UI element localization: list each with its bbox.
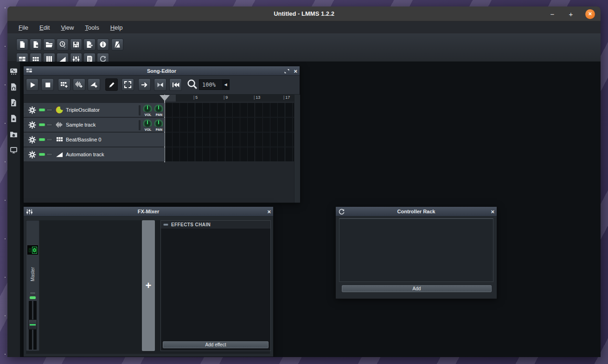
fx-mixer-title: FX-Mixer [138, 209, 159, 214]
metronome-button[interactable] [111, 38, 123, 51]
track-gear-button[interactable] [26, 106, 38, 114]
master-volume-fader[interactable] [28, 301, 37, 350]
draw-mode-button[interactable] [105, 78, 118, 91]
menu-view[interactable]: View [56, 23, 78, 32]
fx-mixer-body: 80 Master + [24, 217, 273, 357]
track-gear-button[interactable] [26, 151, 38, 159]
track-volume-knob[interactable]: VOL [142, 104, 154, 116]
edit-mode-button[interactable] [122, 78, 134, 91]
zoom-decrease-arrow-icon[interactable]: ◀ [222, 80, 229, 89]
workbench: Song-Editor × [7, 62, 601, 357]
track-solo-led[interactable] [46, 138, 52, 141]
song-timeline-grid[interactable] [165, 103, 294, 161]
track-mute-led[interactable] [39, 153, 45, 156]
master-fader-handle[interactable] [28, 319, 37, 330]
rewind-button[interactable] [169, 78, 182, 91]
master-solo-led[interactable] [30, 292, 36, 294]
track-volume-knob[interactable]: VOL [142, 119, 154, 131]
save-project-button[interactable] [70, 38, 82, 51]
track-solo-led[interactable] [46, 123, 52, 126]
close-button[interactable]: × [585, 9, 595, 19]
sidebar-item-my-computer[interactable] [9, 145, 19, 155]
effects-chain-title: EFFECTS CHAIN [171, 222, 211, 227]
effects-chain-enable-led[interactable] [163, 224, 168, 226]
add-fx-channel-button[interactable]: + [142, 220, 155, 351]
window-titlebar[interactable]: Untitled - LMMS 1.2.2 − + × [7, 6, 601, 21]
song-editor-titlebar[interactable]: Song-Editor × [24, 66, 300, 76]
song-editor-maximize-icon[interactable] [284, 68, 290, 74]
stop-button[interactable] [41, 78, 54, 91]
play-button[interactable] [26, 78, 38, 91]
automation-track-icon [55, 151, 64, 158]
floppy-icon [72, 41, 80, 48]
song-editor-scrollbar[interactable] [294, 95, 300, 203]
song-editor-close-icon[interactable]: × [294, 68, 297, 74]
maximize-button[interactable]: + [567, 10, 575, 18]
recently-opened-button[interactable] [57, 38, 69, 51]
export-icon [86, 41, 93, 48]
sidebar-item-my-projects[interactable] [9, 113, 19, 123]
master-channel-label: Master [30, 267, 35, 281]
song-editor-window: Song-Editor × [23, 66, 300, 203]
track-beat-bassline[interactable]: Beat/Bassline 0 [24, 133, 165, 147]
track-mute-led[interactable] [39, 109, 45, 111]
master-channel-lcd[interactable]: 80 [27, 245, 38, 255]
sidebar-item-samples[interactable] [9, 82, 19, 92]
controller-list [339, 218, 493, 282]
song-editor-toolbar: 100% ◀ [24, 76, 300, 95]
add-automation-track-button[interactable] [88, 78, 100, 91]
add-bb-track-button[interactable] [58, 78, 70, 91]
sidebar-item-my-home[interactable] [9, 129, 19, 139]
timeline[interactable]: |5 |9 |13 |17 [165, 95, 294, 102]
track-automation[interactable]: Automation track [24, 147, 165, 161]
controller-rack-titlebar[interactable]: Controller Rack × [336, 207, 497, 217]
track-name[interactable]: Sample track [66, 122, 96, 128]
track-name[interactable]: TripleOscillator [66, 107, 100, 113]
menu-help[interactable]: Help [106, 23, 128, 32]
playhead-marker[interactable] [160, 95, 170, 101]
track-pan-knob[interactable]: PAN [154, 104, 165, 116]
playback-behaviour-button[interactable] [138, 78, 151, 91]
clock-icon [59, 41, 66, 48]
track-pan-knob[interactable]: PAN [154, 119, 165, 131]
track-solo-led[interactable] [46, 109, 52, 111]
add-effect-button[interactable]: Add effect [163, 341, 269, 348]
open-project-button[interactable] [43, 38, 55, 51]
fx-mixer-titlebar[interactable]: FX-Mixer × [24, 207, 273, 217]
tripleoscillator-icon [55, 106, 64, 114]
timeline-mark: |9 [224, 95, 228, 100]
sidebar-item-presets[interactable] [9, 97, 19, 108]
menu-tools[interactable]: Tools [80, 23, 103, 32]
new-file-icon [19, 41, 26, 48]
fx-mixer-close-icon[interactable]: × [267, 209, 271, 215]
add-controller-button[interactable]: Add [342, 285, 492, 292]
controller-rack-close-icon[interactable]: × [491, 209, 494, 215]
controller-rack-title: Controller Rack [397, 209, 435, 214]
song-editor-title: Song-Editor [147, 68, 176, 74]
sidebar-item-instruments[interactable] [9, 66, 19, 76]
menu-edit[interactable]: Edit [35, 23, 54, 32]
track-solo-led[interactable] [46, 153, 52, 156]
export-project-button[interactable] [83, 38, 96, 51]
track-name[interactable]: Beat/Bassline 0 [66, 137, 101, 142]
track-gear-button[interactable] [26, 136, 38, 144]
master-channel-strip[interactable]: 80 Master [26, 220, 39, 351]
zoom-level-spinbox[interactable]: 100% ◀ [199, 79, 230, 90]
new-project-button[interactable] [16, 38, 28, 51]
track-mute-led[interactable] [39, 138, 45, 141]
menu-file[interactable]: File [14, 23, 33, 32]
add-sample-track-button[interactable] [73, 78, 85, 91]
track-name[interactable]: Automation track [66, 152, 104, 157]
track-gear-button[interactable] [26, 121, 38, 129]
track-sample[interactable]: Sample track VOL PAN [24, 118, 165, 132]
new-from-template-button[interactable] [30, 38, 42, 51]
jump-behaviour-button[interactable] [154, 78, 166, 91]
desktop-background: Untitled - LMMS 1.2.2 − + × File Edit Vi… [0, 0, 608, 364]
master-mute-led[interactable] [30, 296, 36, 299]
track-tripleoscillator[interactable]: TripleOscillator VOL PAN [24, 103, 165, 117]
track-mute-led[interactable] [39, 123, 45, 126]
bb-track-icon [55, 136, 64, 143]
sample-track-icon [55, 121, 64, 128]
minimize-button[interactable]: − [548, 10, 557, 18]
project-properties-button[interactable] [97, 38, 109, 51]
